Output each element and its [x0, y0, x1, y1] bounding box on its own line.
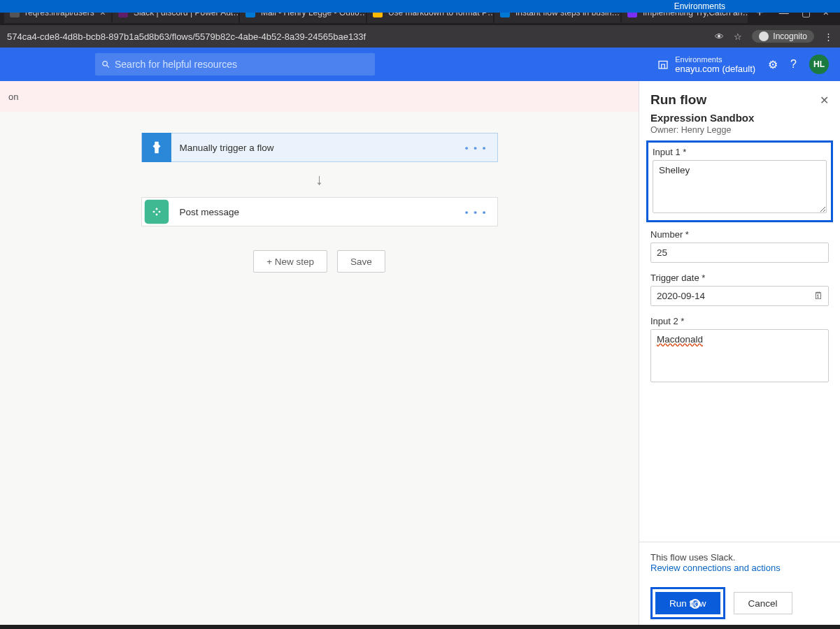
card-more-icon[interactable]: • • • [455, 143, 497, 153]
panel-flow-name: Expression Sandbox [650, 112, 829, 124]
trigger-icon [142, 133, 171, 162]
env-name: enayu.com (default) [675, 64, 755, 74]
eye-off-icon[interactable]: 👁︎ [715, 31, 724, 42]
url-action-icons: 👁︎ ☆ Incognito ⋮ [715, 30, 833, 43]
run-flow-button[interactable]: Run flow [655, 592, 720, 614]
highlighted-field-group: Input 1 * [646, 140, 833, 222]
footer-text: This flow uses Slack. [650, 552, 829, 563]
notification-text: on [8, 92, 18, 102]
building-icon [657, 58, 669, 71]
panel-footer: This flow uses Slack. Review connections… [639, 542, 840, 629]
star-icon[interactable]: ☆ [734, 31, 742, 42]
new-step-button[interactable]: + New step [253, 250, 327, 273]
browser-tab-bar: Environments reqres.in/api/users × Slack… [0, 0, 840, 25]
search-icon [102, 59, 109, 70]
incognito-label: Incognito [773, 31, 807, 41]
trigger-date-field[interactable] [650, 286, 829, 306]
address-bar[interactable]: 574ca4-cde8-4d8b-bcb8-897b1a5d8b63/flows… [0, 25, 840, 48]
input2-label: Input 2 * [650, 316, 829, 326]
help-icon[interactable]: ? [790, 58, 797, 71]
search-box[interactable] [95, 53, 375, 75]
env-label: Environments [675, 55, 755, 64]
environments-overlay: Environments [0, 0, 840, 13]
action-card[interactable]: Post message • • • [141, 197, 498, 226]
run-flow-panel: Run flow ✕ Expression Sandbox Owner: Hen… [639, 81, 840, 629]
run-flow-label: Run flow [669, 598, 706, 609]
flow-arrow-icon: ↓ [315, 171, 323, 189]
save-button[interactable]: Save [337, 250, 385, 273]
flow-canvas: on Manually trigger a flow • • • ↓ Post … [0, 81, 639, 629]
panel-title: Run flow [650, 92, 706, 108]
run-button-highlight: Run flow [650, 587, 725, 619]
trigger-title: Manually trigger a flow [180, 143, 274, 153]
panel-close-icon[interactable]: ✕ [820, 94, 829, 107]
action-title: Post message [180, 207, 240, 217]
environment-picker[interactable]: Environments enayu.com (default) [657, 55, 755, 74]
input2-field[interactable]: Macdonald [650, 329, 829, 382]
notification-bar: on [0, 81, 639, 112]
trigger-date-label: Trigger date * [650, 273, 829, 283]
input1-label: Input 1 * [653, 147, 827, 157]
input1-field[interactable] [653, 160, 827, 213]
cursor-indicator-icon [690, 599, 700, 609]
settings-icon[interactable]: ⚙ [768, 58, 778, 71]
card-more-icon[interactable]: • • • [455, 207, 497, 217]
slack-icon [144, 200, 168, 224]
avatar[interactable]: HL [809, 55, 829, 74]
search-input[interactable] [115, 59, 368, 70]
avatar-initials: HL [813, 59, 825, 69]
trigger-card[interactable]: Manually trigger a flow • • • [141, 133, 498, 162]
number-field[interactable] [650, 243, 829, 263]
cancel-button[interactable]: Cancel [734, 592, 792, 614]
incognito-indicator[interactable]: Incognito [752, 30, 814, 43]
app-header: Environments enayu.com (default) ⚙ ? HL [0, 48, 840, 81]
input2-value: Macdonald [657, 334, 703, 345]
number-label: Number * [650, 229, 829, 240]
svg-rect-0 [659, 62, 667, 69]
incognito-icon [759, 31, 769, 41]
os-taskbar [0, 625, 840, 629]
url-text: 574ca4-cde8-4d8b-bcb8-897b1a5d8b63/flows… [7, 31, 708, 42]
review-connections-link[interactable]: Review connections and actions [650, 563, 781, 573]
panel-owner: Owner: Henry Legge [650, 125, 829, 135]
browser-menu-icon[interactable]: ⋮ [824, 31, 833, 42]
environments-overlay-label: Environments [674, 1, 725, 11]
